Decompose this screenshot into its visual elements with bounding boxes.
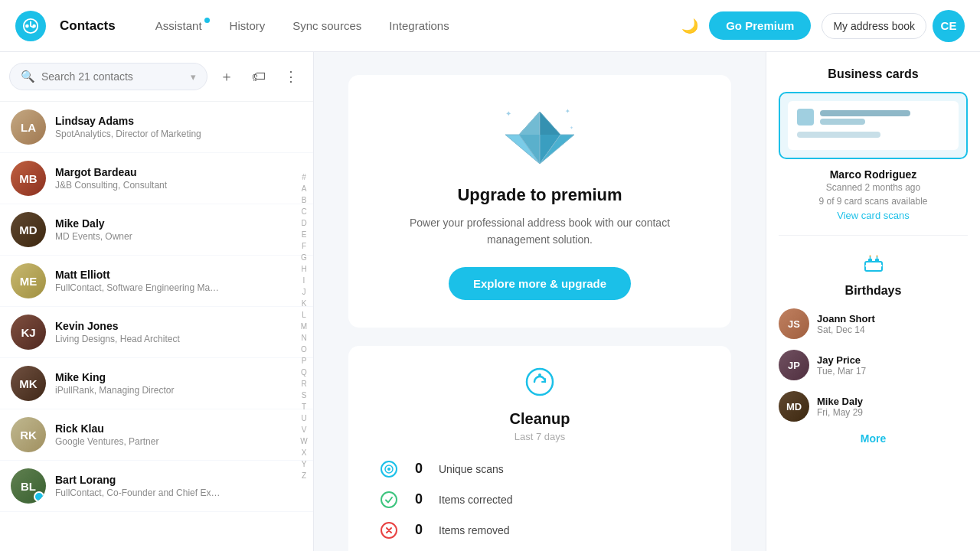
contact-row[interactable]: MDMike DalyMD Events, Owner — [0, 204, 313, 256]
tag-icon[interactable]: 🏷 — [246, 64, 272, 90]
alpha-bar-letter-Q[interactable]: Q — [301, 367, 307, 378]
birthday-row-jay[interactable]: JP Jay Price Tue, Mar 17 — [779, 350, 968, 380]
alpha-bar-letter-L[interactable]: L — [302, 310, 306, 321]
nav-logo[interactable] — [15, 11, 46, 41]
svg-text:✦: ✦ — [565, 108, 570, 115]
svg-point-1 — [25, 24, 29, 28]
nav-link-sync[interactable]: Sync sources — [280, 13, 374, 38]
alpha-bar-letter-B[interactable]: B — [302, 195, 307, 206]
alpha-bar-letter-T[interactable]: T — [302, 402, 306, 412]
nav-link-history[interactable]: History — [217, 13, 278, 38]
avatar[interactable]: CE — [933, 10, 965, 42]
contact-row[interactable]: MKMike KingiPullRank, Managing Director — [0, 358, 313, 409]
unique-scans-icon — [379, 459, 399, 479]
alpha-bar-letter-X[interactable]: X — [302, 448, 307, 458]
unique-scans-label: Unique scans — [439, 463, 504, 475]
alpha-bar-letter-R[interactable]: R — [301, 379, 306, 390]
alpha-bar-letter-C[interactable]: C — [301, 207, 306, 217]
more-birthdays-link[interactable]: More — [779, 432, 968, 445]
svg-point-18 — [381, 492, 397, 507]
nav-link-assistant[interactable]: Assistant — [143, 13, 214, 38]
contact-subtitle: iPullRank, Managing Director — [55, 385, 224, 396]
alpha-bar-letter-P[interactable]: P — [302, 356, 307, 367]
contact-avatar: BL — [11, 468, 46, 504]
unique-scans-count: 0 — [411, 461, 426, 477]
add-contact-button[interactable]: ＋ — [214, 64, 240, 90]
contact-row[interactable]: MEMatt ElliottFullContact, Software Engi… — [0, 256, 313, 307]
birthday-row-mikedaly[interactable]: MD Mike Daly Fri, May 29 — [779, 391, 968, 422]
cleanup-title: Cleanup — [379, 410, 701, 428]
items-removed-icon — [379, 520, 399, 540]
right-panel: Business cards Marco Rodriguez Scanned 2… — [766, 52, 980, 551]
alpha-bar-letter-N[interactable]: N — [301, 333, 306, 344]
nav-link-integrations[interactable]: Integrations — [377, 13, 461, 38]
more-options-button[interactable]: ⋮ — [278, 64, 304, 90]
contacts-list: LALindsay AdamsSpotAnalytics, Director o… — [0, 102, 313, 551]
alpha-bar-letter-W[interactable]: W — [300, 436, 307, 447]
navbar: Contacts Assistant History Sync sources … — [0, 0, 980, 52]
alpha-bar-letter-#[interactable]: # — [302, 172, 306, 183]
alpha-bar-letter-U[interactable]: U — [301, 413, 306, 424]
alpha-bar-letter-Y[interactable]: Y — [302, 459, 307, 470]
contact-name: Mike Daly — [55, 217, 302, 230]
upgrade-button[interactable]: Explore more & upgrade — [449, 267, 631, 300]
birthdays-title: Birthdays — [779, 284, 968, 298]
cleanup-card: Cleanup Last 7 days 0 Unique scans — [348, 346, 731, 551]
contact-row[interactable]: LALindsay AdamsSpotAnalytics, Director o… — [0, 102, 313, 153]
items-removed-label: Items removed — [439, 524, 510, 536]
birthday-date-joann: Sat, Dec 14 — [817, 324, 968, 335]
search-input[interactable] — [41, 70, 185, 83]
contact-subtitle: Google Ventures, Partner — [55, 436, 224, 447]
birthday-date-mikedaly: Fri, May 29 — [817, 407, 968, 418]
alpha-bar-letter-S[interactable]: S — [302, 390, 307, 401]
alpha-bar-letter-H[interactable]: H — [301, 264, 306, 275]
chevron-down-icon[interactable]: ▾ — [191, 71, 196, 83]
sidebar-toolbar: 🔍 ▾ ＋ 🏷 ⋮ — [0, 52, 313, 102]
contact-avatar: MD — [11, 212, 46, 247]
business-cards-title: Business cards — [779, 67, 968, 81]
birthday-row-joann[interactable]: JS Joann Short Sat, Dec 14 — [779, 308, 968, 339]
alpha-bar-letter-K[interactable]: K — [302, 298, 307, 309]
view-card-scans-link[interactable]: View card scans — [779, 210, 968, 221]
alpha-bar-letter-V[interactable]: V — [302, 425, 307, 435]
alpha-bar-letter-I[interactable]: I — [303, 276, 305, 286]
contact-subtitle: J&B Consulting, Consultant — [55, 180, 224, 191]
birthday-date-jay: Tue, Mar 17 — [817, 366, 968, 377]
svg-text:✦: ✦ — [570, 126, 573, 130]
contact-subtitle: FullContact, Co-Founder and Chief Exec..… — [55, 487, 224, 498]
contact-name: Bart Lorang — [55, 474, 302, 486]
alpha-bar-letter-A[interactable]: A — [302, 184, 307, 194]
svg-point-25 — [869, 256, 871, 257]
go-premium-button[interactable]: Go Premium — [709, 11, 811, 40]
dark-mode-icon[interactable]: 🌙 — [681, 18, 698, 34]
contact-name: Kevin Jones — [55, 320, 302, 332]
svg-point-26 — [876, 256, 877, 257]
alpha-bar-letter-J[interactable]: J — [302, 287, 306, 298]
contact-subtitle: FullContact, Software Engineering Mana..… — [55, 282, 224, 293]
alpha-bar-letter-G[interactable]: G — [301, 253, 307, 263]
contact-row[interactable]: BLBart LorangFullContact, Co-Founder and… — [0, 461, 313, 512]
alpha-bar-letter-F[interactable]: F — [302, 241, 306, 252]
alpha-bar-letter-D[interactable]: D — [301, 218, 306, 229]
contact-row[interactable]: KJKevin JonesLiving Designs, Head Archit… — [0, 307, 313, 358]
contact-row[interactable]: MBMargot BardeauJ&B Consulting, Consulta… — [0, 153, 313, 204]
svg-point-14 — [538, 373, 541, 377]
contact-avatar: LA — [11, 109, 46, 145]
birthday-name-mikedaly: Mike Daly — [817, 396, 968, 407]
alpha-bar-letter-Z[interactable]: Z — [302, 471, 306, 481]
cleanup-row-unique: 0 Unique scans — [379, 459, 701, 479]
svg-point-17 — [387, 468, 390, 471]
premium-desc: Power your professional address book wit… — [379, 214, 701, 249]
contact-avatar: MB — [11, 161, 46, 196]
address-book-selector[interactable]: My address book — [822, 13, 926, 39]
search-box[interactable]: 🔍 ▾ — [9, 63, 207, 90]
alpha-bar-letter-E[interactable]: E — [302, 230, 307, 240]
contact-row[interactable]: RKRick KlauGoogle Ventures, Partner — [0, 409, 313, 461]
birthday-avatar-jay: JP — [779, 350, 809, 380]
cleanup-subtitle: Last 7 days — [379, 431, 701, 442]
contact-name: Margot Bardeau — [55, 166, 302, 178]
alpha-bar-letter-O[interactable]: O — [301, 344, 307, 355]
contact-subtitle: Living Designs, Head Architect — [55, 334, 224, 344]
logo-icon — [22, 18, 39, 34]
alpha-bar-letter-M[interactable]: M — [301, 321, 307, 332]
